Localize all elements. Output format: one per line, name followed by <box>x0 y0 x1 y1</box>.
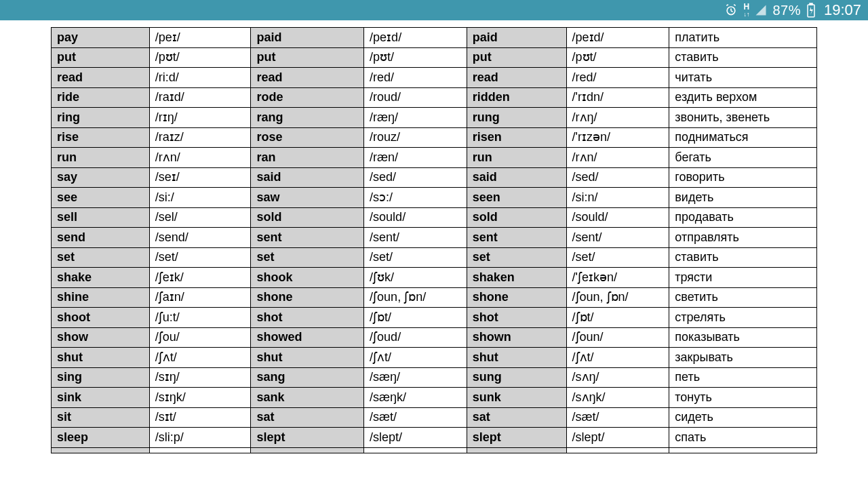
p2-cell: /red/ <box>364 68 467 88</box>
p2-cell: /set/ <box>364 247 467 268</box>
v3-cell: sent <box>467 228 566 248</box>
svg-rect-6 <box>810 3 812 5</box>
p2-cell: /ʃʌt/ <box>364 348 467 368</box>
p3-cell: /rʌŋ/ <box>566 108 669 128</box>
p3-cell: /'rɪzən/ <box>566 127 669 148</box>
v2-cell: set <box>251 247 364 268</box>
table-row: shoot/ʃu:t/shot/ʃɒt/shot/ʃɒt/стрелять <box>52 308 817 328</box>
v3-cell: shown <box>467 327 566 348</box>
table-row: sink/sɪŋk/sank/sæŋk/sunk/sʌŋk/тонуть <box>52 388 817 408</box>
table-row: put/pʊt/put/pʊt/put/pʊt/ставить <box>52 47 817 68</box>
v3-cell: risen <box>467 127 566 148</box>
table-row: set/set/set/set/set/set/ставить <box>52 247 817 268</box>
table-row: sell/sel/sold/sould/sold/sould/продавать <box>52 207 817 228</box>
p1-cell: /ʃou/ <box>149 327 251 348</box>
v1-cell: put <box>52 47 150 68</box>
p3-cell: /sed/ <box>566 167 669 188</box>
ru-cell: платить <box>669 28 817 48</box>
ru-cell: продавать <box>669 207 817 228</box>
p1-cell: /send/ <box>149 228 251 248</box>
table-row: ride/raɪd/rode/roud/ridden/'rɪdn/ездить … <box>52 87 817 108</box>
p1-cell: /sɪŋ/ <box>149 367 251 388</box>
v1-cell: set <box>52 247 150 268</box>
p2-cell: /sæŋ/ <box>364 367 467 388</box>
v2-cell: put <box>251 47 364 68</box>
p1-cell: /peɪ/ <box>149 28 251 48</box>
network-h-icon: H↓↑ <box>743 3 749 18</box>
v3-cell: sunk <box>467 388 566 408</box>
p3-cell: /'rɪdn/ <box>566 87 669 108</box>
p2-cell: /ʃɒt/ <box>364 308 467 328</box>
p3-cell: /peɪd/ <box>566 28 669 48</box>
p2-cell: /rouz/ <box>364 127 467 148</box>
table-row: show/ʃou/showed/ʃoud/shown/ʃoun/показыва… <box>52 327 817 348</box>
p2-cell: /sæŋk/ <box>364 388 467 408</box>
ru-cell: звонить, звенеть <box>669 108 817 128</box>
p1-cell: /set/ <box>149 247 251 268</box>
p1-cell: /ʃeɪk/ <box>149 268 251 288</box>
v3-cell: shut <box>467 348 566 368</box>
ru-cell: говорить <box>669 167 817 188</box>
p2-cell: /sent/ <box>364 228 467 248</box>
p2-cell: /ræn/ <box>364 148 467 168</box>
ru-cell: петь <box>669 367 817 388</box>
alarm-icon <box>724 3 738 17</box>
p2-cell: /sed/ <box>364 167 467 188</box>
v1-cell: read <box>52 68 150 88</box>
v2-cell: sent <box>251 228 364 248</box>
p3-cell: /slept/ <box>566 428 669 448</box>
p3-cell: /sent/ <box>566 228 669 248</box>
table-row: shine/ʃaɪn/shone/ʃoun, ʃɒn/shone/ʃoun, ʃ… <box>52 287 817 308</box>
v2-cell: paid <box>251 28 364 48</box>
p2-cell: /pʊt/ <box>364 47 467 68</box>
table-row: see/si:/saw/sɔ:/seen/si:n/видеть <box>52 188 817 208</box>
v3-cell: shone <box>467 287 566 308</box>
v3-cell: sold <box>467 207 566 228</box>
ru-cell: ставить <box>669 247 817 268</box>
v1-cell: send <box>52 228 150 248</box>
v1-cell: say <box>52 167 150 188</box>
ru-cell: подниматься <box>669 127 817 148</box>
table-row: say/seɪ/said/sed/said/sed/говорить <box>52 167 817 188</box>
p2-cell: /sould/ <box>364 207 467 228</box>
ru-cell: отправлять <box>669 228 817 248</box>
table-row: run/rʌn/ran/ræn/run/rʌn/бегать <box>52 148 817 168</box>
v1-cell: sing <box>52 367 150 388</box>
v2-cell: sang <box>251 367 364 388</box>
v2-cell: shut <box>251 348 364 368</box>
ru-cell: читать <box>669 68 817 88</box>
v2-cell: sold <box>251 207 364 228</box>
p3-cell: /ʃʌt/ <box>566 348 669 368</box>
ru-cell: светить <box>669 287 817 308</box>
p3-cell: /rʌn/ <box>566 148 669 168</box>
ru-cell: тонуть <box>669 388 817 408</box>
p1-cell: /raɪd/ <box>149 87 251 108</box>
table-row: pay/peɪ/paid/peɪd/paid/peɪd/платить <box>52 28 817 48</box>
v2-cell: read <box>251 68 364 88</box>
ru-cell: бегать <box>669 148 817 168</box>
status-bar: H↓↑ 87% 19:07 <box>0 0 868 20</box>
p3-cell: /sould/ <box>566 207 669 228</box>
table-row: shut/ʃʌt/shut/ʃʌt/shut/ʃʌt/закрывать <box>52 348 817 368</box>
v2-cell: rose <box>251 127 364 148</box>
v3-cell: set <box>467 247 566 268</box>
verbs-table: pay/peɪ/paid/peɪd/paid/peɪd/платитьput/p… <box>51 27 817 453</box>
v1-cell: sell <box>52 207 150 228</box>
svg-line-3 <box>727 5 729 6</box>
v1-cell: sink <box>52 388 150 408</box>
p2-cell: /ræŋ/ <box>364 108 467 128</box>
v1-cell: ring <box>52 108 150 128</box>
p3-cell: /pʊt/ <box>566 47 669 68</box>
v3-cell: put <box>467 47 566 68</box>
p3-cell: /ʃoun, ʃɒn/ <box>566 287 669 308</box>
v2-cell: sat <box>251 407 364 428</box>
p2-cell: /slept/ <box>364 428 467 448</box>
p1-cell: /si:/ <box>149 188 251 208</box>
v3-cell: paid <box>467 28 566 48</box>
ru-cell: сидеть <box>669 407 817 428</box>
v1-cell: see <box>52 188 150 208</box>
ru-cell: закрывать <box>669 348 817 368</box>
table-row: sit/sɪt/sat/sæt/sat/sæt/сидеть <box>52 407 817 428</box>
p1-cell: /sel/ <box>149 207 251 228</box>
v3-cell: seen <box>467 188 566 208</box>
